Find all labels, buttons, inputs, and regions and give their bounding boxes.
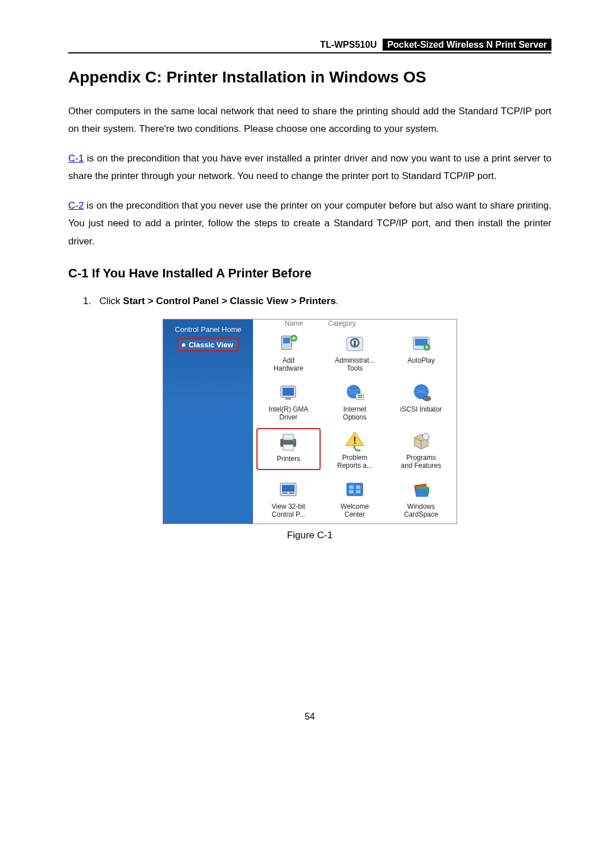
item-label-2: Control P... xyxy=(258,511,320,519)
item-label-2: Center xyxy=(324,511,386,519)
svg-rect-32 xyxy=(356,490,360,493)
item-label-1: View 32-bit xyxy=(258,503,320,511)
figure-c1: Control Panel Home Classic View Name Cat… xyxy=(68,319,551,541)
item-label-2: Hardware xyxy=(258,365,320,373)
cp-item-problem-reports[interactable]: ! Problem Reports a... xyxy=(323,428,387,470)
cp-item-admin-tools[interactable]: Administrat... Tools xyxy=(323,331,387,373)
printer-icon xyxy=(275,430,301,454)
svg-rect-11 xyxy=(283,388,294,396)
iscsi-icon xyxy=(408,381,434,405)
cp-item-autoplay[interactable]: AutoPlay xyxy=(389,331,453,373)
cardspace-icon xyxy=(408,478,434,502)
hardware-icon xyxy=(275,332,301,356)
item-label-2: CardSpace xyxy=(390,511,452,519)
cp-column-headers: Name Category xyxy=(256,319,453,330)
link-c1[interactable]: C-1 xyxy=(68,153,84,164)
header-divider xyxy=(68,52,551,53)
step-1: 1. Click Start > Control Panel > Classic… xyxy=(83,293,551,309)
condition-c2-text: is on the precondition that you never us… xyxy=(68,200,551,247)
intro-paragraph: Other computers in the same local networ… xyxy=(68,102,551,138)
bullet-icon xyxy=(182,343,185,347)
internet-options-icon xyxy=(342,381,368,405)
svg-rect-5 xyxy=(354,340,356,346)
section-c1-title: C-1 If You Have Installed A Printer Befo… xyxy=(68,266,551,281)
col-name: Name xyxy=(260,319,328,327)
programs-box-icon xyxy=(408,429,434,453)
step-1-post: . xyxy=(336,296,339,306)
product-model: TL-WPS510U xyxy=(317,39,380,51)
figure-caption: Figure C-1 xyxy=(68,530,551,541)
item-label-2: and Features xyxy=(390,462,452,470)
cp-item-intel-gma[interactable]: Intel(R) GMA Driver xyxy=(256,380,321,422)
svg-rect-26 xyxy=(282,492,288,494)
svg-rect-29 xyxy=(349,485,354,489)
cp-home-link[interactable]: Control Panel Home xyxy=(168,324,248,335)
svg-rect-25 xyxy=(282,485,294,492)
condition-c1-text: is on the precondition that you have eve… xyxy=(68,153,551,181)
item-label-2: Driver xyxy=(258,414,320,422)
svg-rect-19 xyxy=(283,445,293,450)
item-label-1: AutoPlay xyxy=(390,357,452,365)
control-panel-window: Control Panel Home Classic View Name Cat… xyxy=(163,319,457,524)
condition-c2-paragraph: C-2 is on the precondition that you neve… xyxy=(68,197,551,250)
svg-rect-35 xyxy=(416,489,428,497)
item-label-1: Windows xyxy=(390,503,452,511)
cp-item-internet-options[interactable]: Internet Options xyxy=(323,380,387,422)
item-label-2: Reports a... xyxy=(324,462,386,470)
item-label-1: Administrat... xyxy=(324,357,386,365)
svg-rect-1 xyxy=(283,338,290,343)
svg-rect-31 xyxy=(349,490,354,493)
svg-point-23 xyxy=(422,433,429,440)
svg-point-16 xyxy=(423,396,431,401)
product-desc: Pocket-Sized Wireless N Print Server xyxy=(383,39,551,51)
item-label-1: Internet xyxy=(324,406,386,414)
item-label-1: Add xyxy=(258,357,320,365)
cp-item-add-hardware[interactable]: Add Hardware xyxy=(256,331,321,373)
document-page: TL-WPS510U Pocket-Sized Wireless N Print… xyxy=(0,0,614,745)
cp-main: Name Category Add Hardware xyxy=(253,319,457,523)
cp-icon-grid: Add Hardware Administrat... Tools xyxy=(256,331,453,518)
monitor-icon xyxy=(275,381,301,405)
cp-item-windows-cardspace[interactable]: Windows CardSpace xyxy=(389,477,453,519)
svg-rect-18 xyxy=(283,434,293,440)
item-label-2: Tools xyxy=(324,365,386,373)
welcome-center-icon xyxy=(342,478,368,502)
warning-shield-icon: ! xyxy=(342,429,368,453)
step-1-pre: Click xyxy=(99,296,123,306)
autoplay-icon xyxy=(408,332,434,356)
cp-item-programs-features[interactable]: Programs and Features xyxy=(389,428,453,470)
item-label-1: iSCSI Initiator xyxy=(390,406,452,414)
item-label-2: Options xyxy=(324,414,386,422)
cp-classic-label: Classic View xyxy=(189,340,234,349)
cp-sidebar: Control Panel Home Classic View xyxy=(163,319,253,523)
item-label-1: Programs xyxy=(390,454,452,462)
cp-item-view-32bit[interactable]: View 32-bit Control P... xyxy=(256,477,321,519)
svg-rect-28 xyxy=(347,483,363,496)
appendix-title: Appendix C: Printer Installation in Wind… xyxy=(68,68,551,86)
svg-rect-30 xyxy=(356,485,360,489)
step-1-number: 1. xyxy=(83,293,97,309)
svg-point-20 xyxy=(293,440,295,442)
svg-text:!: ! xyxy=(353,435,356,446)
svg-rect-12 xyxy=(285,398,291,400)
doc-header: TL-WPS510U Pocket-Sized Wireless N Print… xyxy=(68,40,551,50)
cp-item-iscsi[interactable]: iSCSI Initiator xyxy=(389,380,453,422)
item-label-1: Printers xyxy=(259,455,318,463)
svg-rect-27 xyxy=(289,492,294,494)
item-label-1: Problem xyxy=(324,454,386,462)
condition-c1-paragraph: C-1 is on the precondition that you have… xyxy=(68,149,551,185)
admin-tools-icon xyxy=(342,332,368,356)
item-label-1: Intel(R) GMA xyxy=(258,406,320,414)
page-number: 54 xyxy=(68,712,551,722)
cp-item-welcome-center[interactable]: Welcome Center xyxy=(323,477,387,519)
cp-item-printers[interactable]: Printers xyxy=(256,428,321,470)
cp-classic-view-link[interactable]: Classic View xyxy=(177,338,239,351)
control-panel-32-icon xyxy=(275,478,301,502)
step-1-path: Start > Control Panel > Classic View > P… xyxy=(123,296,335,306)
link-c2[interactable]: C-2 xyxy=(68,200,84,211)
item-label-1: Welcome xyxy=(324,503,386,511)
col-category: Category xyxy=(328,319,356,327)
